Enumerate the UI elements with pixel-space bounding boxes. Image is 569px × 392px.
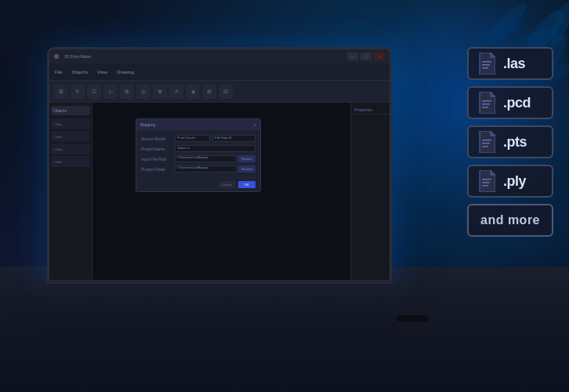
dialog-browse-btn-2[interactable]: Browse bbox=[238, 165, 256, 172]
sidebar-item-4[interactable]: □ Item bbox=[51, 156, 90, 167]
dialog-titlebar: Mapping × bbox=[136, 119, 260, 130]
screen-content: Mapping × Source Model Point Clouds Edit… bbox=[92, 103, 350, 280]
pts-file-icon bbox=[478, 131, 495, 153]
dialog-label-project-folder: Project Folder bbox=[141, 167, 172, 172]
toolbar-icon-7[interactable]: ⊗ bbox=[153, 85, 167, 99]
toolbar-icon-9[interactable]: ◈ bbox=[186, 85, 200, 99]
format-badge-las: .las bbox=[467, 47, 553, 80]
toolbar-icon-5[interactable]: ⊕ bbox=[120, 85, 134, 99]
pcd-file-icon bbox=[478, 92, 495, 114]
screen-toolbar: File Objects View Drawing bbox=[49, 64, 390, 81]
las-extension-label: .las bbox=[503, 56, 525, 72]
svg-rect-13 bbox=[482, 107, 488, 108]
screen-icons-bar: ⊞ ↻ ⊡ ▷ ⊕ ◎ ⊗ ≡ ◈ ⊞ ⊟ bbox=[49, 81, 390, 103]
svg-rect-14 bbox=[482, 140, 491, 141]
titlebar-controls: ─ □ × bbox=[347, 53, 385, 60]
format-badge-pts: .pts bbox=[467, 125, 553, 158]
dialog-label-project: Project Name bbox=[141, 147, 172, 151]
minimize-btn[interactable]: ─ bbox=[347, 53, 358, 60]
las-file-icon bbox=[478, 53, 495, 74]
menu-objects[interactable]: Objects bbox=[70, 70, 90, 74]
toolbar-icon-6[interactable]: ◎ bbox=[136, 85, 150, 99]
dialog-row-project: Project Name Station 2 bbox=[141, 145, 256, 152]
format-badge-pcd: .pcd bbox=[467, 86, 553, 119]
laptop-screen: 3D Point Maker ─ □ × File Objects View D… bbox=[47, 47, 392, 282]
pcd-extension-label: .pcd bbox=[503, 95, 531, 111]
svg-rect-19 bbox=[482, 185, 488, 187]
menu-view[interactable]: View bbox=[95, 70, 110, 74]
svg-rect-16 bbox=[482, 146, 488, 147]
menu-drawing[interactable]: Drawing bbox=[114, 70, 136, 74]
titlebar-icon bbox=[54, 54, 59, 59]
svg-rect-17 bbox=[482, 179, 491, 180]
svg-rect-15 bbox=[482, 143, 490, 144]
svg-rect-11 bbox=[482, 100, 491, 102]
toolbar-icon-8[interactable]: ≡ bbox=[169, 85, 183, 99]
dialog-input-file-path[interactable]: C:/Users/user/LocalMappings... bbox=[175, 155, 237, 162]
screen-sidebar: Objects □ Item □ Item □ Item □ Item bbox=[49, 103, 92, 280]
and-more-label: and more bbox=[480, 213, 540, 227]
laptop: 3D Point Maker ─ □ × File Objects View D… bbox=[24, 47, 415, 361]
screen-main: Objects □ Item □ Item □ Item □ Item Mapp… bbox=[49, 103, 390, 280]
dialog-row-source: Source Model Point Clouds Edit Step #1 bbox=[141, 135, 256, 142]
dialog-input-source2[interactable]: Edit Step #1 bbox=[212, 135, 256, 142]
sidebar-item-3[interactable]: □ Item bbox=[51, 143, 90, 154]
close-btn[interactable]: × bbox=[374, 53, 385, 60]
dialog-input-source1[interactable]: Point Clouds bbox=[175, 135, 210, 142]
sidebar-item-2[interactable]: □ Item bbox=[51, 131, 90, 142]
dialog-ok-button[interactable]: OK bbox=[238, 181, 256, 188]
dialog-browse-btn-1[interactable]: Browse bbox=[238, 155, 256, 162]
toolbar-menu: File Objects View Drawing bbox=[53, 70, 136, 74]
toolbar-icon-2[interactable]: ↻ bbox=[71, 85, 85, 99]
toolbar-icon-10[interactable]: ⊞ bbox=[202, 85, 216, 99]
format-badge-ply: .ply bbox=[467, 165, 553, 198]
toolbar-icon-11[interactable]: ⊟ bbox=[219, 85, 233, 99]
laptop-base bbox=[24, 284, 415, 307]
svg-rect-8 bbox=[482, 61, 491, 63]
dialog-row-project-folder: Project Folder C:/Users/user/LocalMappin… bbox=[141, 165, 256, 172]
screen-dialog: Mapping × Source Model Point Clouds Edit… bbox=[136, 118, 261, 192]
dialog-input-project[interactable]: Station 2 bbox=[175, 145, 256, 152]
dialog-label-source: Source Model bbox=[141, 136, 172, 141]
dialog-footer: Cancel OK bbox=[136, 177, 260, 191]
dialog-close-icon[interactable]: × bbox=[253, 122, 256, 128]
sidebar-objects-label: Objects bbox=[51, 106, 90, 115]
format-badges-container: .las .pcd .pts bbox=[467, 47, 553, 237]
toolbar-icon-4[interactable]: ▷ bbox=[103, 85, 118, 99]
toolbar-icon-3[interactable]: ⊡ bbox=[87, 85, 101, 99]
dialog-row-input-path: Input File Path C:/Users/user/LocalMappi… bbox=[141, 155, 256, 162]
pts-extension-label: .pts bbox=[503, 134, 527, 151]
dialog-title: Mapping bbox=[140, 122, 155, 127]
dialog-label-input-path: Input File Path bbox=[141, 157, 172, 162]
dialog-cancel-button[interactable]: Cancel bbox=[219, 181, 236, 188]
sidebar-item-1[interactable]: □ Item bbox=[51, 118, 90, 129]
properties-title: Properties bbox=[353, 106, 388, 114]
svg-rect-12 bbox=[482, 103, 490, 105]
menu-file[interactable]: File bbox=[53, 70, 65, 74]
svg-rect-9 bbox=[482, 64, 490, 66]
screen-ui: 3D Point Maker ─ □ × File Objects View D… bbox=[49, 49, 390, 280]
dialog-input-project-folder[interactable]: C:/Users/user/LocalMappings... bbox=[175, 165, 237, 172]
dialog-input-path-wrap: C:/Users/user/LocalMappings... Browse bbox=[175, 155, 256, 162]
and-more-badge: and more bbox=[467, 204, 553, 237]
screen-titlebar: 3D Point Maker ─ □ × bbox=[49, 49, 390, 64]
dialog-body: Source Model Point Clouds Edit Step #1 P… bbox=[136, 130, 260, 177]
dialog-project-folder-wrap: C:/Users/user/LocalMappings... Browse bbox=[175, 165, 256, 172]
screen-properties-panel: Properties bbox=[350, 103, 390, 280]
svg-rect-18 bbox=[482, 182, 490, 183]
svg-rect-10 bbox=[482, 67, 488, 69]
ply-extension-label: .ply bbox=[503, 173, 526, 190]
toolbar-icon-1[interactable]: ⊞ bbox=[54, 85, 68, 99]
ply-file-icon bbox=[478, 170, 495, 192]
screen-title: 3D Point Maker bbox=[64, 54, 91, 59]
laptop-cable bbox=[397, 315, 428, 321]
maximize-btn[interactable]: □ bbox=[361, 53, 371, 60]
